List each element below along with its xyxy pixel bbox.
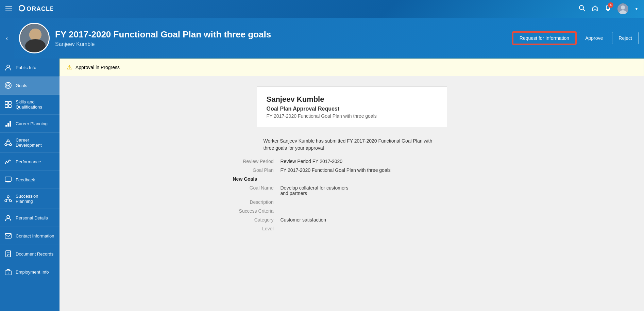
sidebar-label-goals: Goals bbox=[16, 83, 27, 88]
request-info-button[interactable]: Request for Information bbox=[513, 32, 576, 44]
notification-bell[interactable]: 4 bbox=[605, 4, 611, 13]
main-content: ⚠ Approval in Progress Sanjeev Kumble Go… bbox=[60, 59, 644, 311]
sidebar-label-personal-details: Personal Details bbox=[16, 215, 48, 220]
alert-text: Approval in Progress bbox=[75, 65, 120, 70]
sidebar-item-career-planning[interactable]: Career Planning bbox=[0, 115, 60, 133]
svg-point-11 bbox=[7, 65, 10, 68]
svg-text:ORACLE: ORACLE bbox=[27, 5, 53, 12]
category-value: Customer satisfaction bbox=[281, 217, 326, 223]
level-label: Level bbox=[233, 226, 281, 231]
svg-line-34 bbox=[8, 199, 11, 200]
sidebar-item-succession[interactable]: Succession Planning bbox=[0, 189, 60, 209]
svg-point-35 bbox=[7, 215, 10, 218]
sidebar-item-document-records[interactable]: Document Records bbox=[0, 245, 60, 263]
svg-rect-17 bbox=[5, 105, 8, 108]
approval-card: Sanjeev Kumble Goal Plan Approval Reques… bbox=[257, 86, 447, 127]
success-criteria-label: Success Criteria bbox=[233, 208, 281, 214]
review-period-label: Review Period bbox=[233, 159, 281, 164]
goal-plan-row: Goal Plan FY 2017-2020 Functional Goal P… bbox=[233, 167, 471, 173]
notification-count: 4 bbox=[608, 2, 613, 8]
svg-rect-21 bbox=[10, 121, 11, 127]
oracle-logo: ORACLE bbox=[19, 3, 53, 15]
review-period-row: Review Period Review Period FY 2017-2020 bbox=[233, 159, 471, 164]
sidebar-item-goals[interactable]: Goals bbox=[0, 77, 60, 95]
description-label: Description bbox=[233, 199, 281, 205]
svg-rect-18 bbox=[9, 105, 11, 108]
alert-banner: ⚠ Approval in Progress bbox=[60, 59, 644, 76]
svg-rect-37 bbox=[6, 251, 11, 257]
level-row: Level bbox=[233, 226, 471, 231]
skills-icon bbox=[4, 100, 12, 109]
svg-point-29 bbox=[7, 196, 9, 198]
user-chevron[interactable]: ▼ bbox=[634, 6, 639, 11]
goals-icon bbox=[4, 81, 12, 89]
svg-rect-19 bbox=[5, 125, 7, 127]
page-title: FY 2017-2020 Functional Goal Plan with t… bbox=[55, 29, 513, 40]
svg-rect-20 bbox=[7, 123, 9, 127]
svg-point-14 bbox=[7, 85, 9, 86]
svg-rect-16 bbox=[9, 101, 11, 104]
main-layout: Public Info Goals bbox=[0, 59, 644, 311]
sidebar-item-contact-info[interactable]: Contact Information bbox=[0, 227, 60, 245]
sidebar-label-feedback: Feedback bbox=[16, 177, 35, 182]
document-records-icon bbox=[4, 250, 12, 258]
svg-point-24 bbox=[10, 144, 12, 146]
page-subtitle: Sanjeev Kumble bbox=[55, 41, 513, 47]
svg-line-33 bbox=[6, 199, 8, 200]
hamburger-menu[interactable] bbox=[5, 6, 12, 11]
svg-rect-0 bbox=[19, 5, 24, 11]
svg-rect-15 bbox=[5, 101, 8, 104]
sidebar-item-performance[interactable]: Performance bbox=[0, 153, 60, 171]
user-avatar[interactable] bbox=[617, 3, 628, 14]
sidebar-item-employment-info[interactable]: Employment Info bbox=[0, 263, 60, 281]
search-icon[interactable] bbox=[579, 5, 586, 13]
card-plan: FY 2017-2020 Functional Goal Plan with t… bbox=[267, 113, 437, 119]
collapse-button[interactable]: ‹ bbox=[0, 18, 14, 59]
sidebar-item-personal-details[interactable]: Personal Details bbox=[0, 209, 60, 227]
approve-button[interactable]: Approve bbox=[579, 32, 609, 44]
card-person-name: Sanjeev Kumble bbox=[267, 95, 437, 104]
svg-rect-28 bbox=[5, 177, 11, 181]
svg-point-31 bbox=[10, 200, 12, 202]
succession-icon bbox=[4, 195, 12, 203]
top-nav: ORACLE 4 bbox=[0, 0, 644, 18]
personal-details-icon bbox=[4, 214, 12, 222]
svg-rect-4 bbox=[606, 9, 610, 10]
profile-avatar bbox=[19, 23, 50, 53]
svg-line-25 bbox=[6, 141, 7, 144]
svg-point-2 bbox=[579, 5, 583, 10]
svg-line-26 bbox=[10, 141, 11, 144]
sidebar-label-contact-info: Contact Information bbox=[16, 233, 54, 239]
sidebar-item-skills[interactable]: Skills and Qualifications bbox=[0, 95, 60, 115]
nav-right: 4 ▼ bbox=[579, 3, 639, 14]
svg-point-23 bbox=[5, 144, 7, 146]
details-section: Review Period Review Period FY 2017-2020… bbox=[233, 159, 471, 231]
sidebar-item-feedback[interactable]: Feedback bbox=[0, 171, 60, 189]
sidebar-label-skills: Skills and Qualifications bbox=[16, 99, 55, 110]
nav-left: ORACLE bbox=[5, 3, 53, 15]
goal-plan-label: Goal Plan bbox=[233, 167, 281, 173]
review-period-value: Review Period FY 2017-2020 bbox=[281, 159, 343, 164]
goal-name-value: Develop collateral for customers and par… bbox=[281, 185, 349, 196]
new-goals-title: New Goals bbox=[233, 176, 471, 182]
body-description: Worker Sanjeev Kumble has submitted FY 2… bbox=[264, 137, 440, 152]
sidebar-item-career-development[interactable]: Career Development bbox=[0, 133, 60, 153]
goal-plan-value: FY 2017-2020 Functional Goal Plan with t… bbox=[281, 167, 391, 173]
goal-name-label: Goal Name bbox=[233, 185, 281, 196]
performance-icon bbox=[4, 158, 12, 166]
reject-button[interactable]: Reject bbox=[612, 32, 639, 44]
public-info-icon bbox=[4, 63, 12, 71]
sidebar-label-document-records: Document Records bbox=[16, 251, 53, 257]
sidebar-label-career-development: Career Development bbox=[16, 137, 55, 148]
svg-point-9 bbox=[29, 29, 41, 41]
svg-point-22 bbox=[7, 140, 9, 142]
svg-point-30 bbox=[5, 200, 7, 202]
employment-info-icon bbox=[4, 268, 12, 276]
home-icon[interactable] bbox=[592, 5, 598, 13]
feedback-icon bbox=[4, 176, 12, 184]
sidebar-label-career-planning: Career Planning bbox=[16, 121, 48, 126]
sidebar-label-performance: Performance bbox=[16, 159, 41, 164]
header-title-area: FY 2017-2020 Functional Goal Plan with t… bbox=[55, 29, 513, 47]
card-subtitle: Goal Plan Approval Request bbox=[267, 106, 437, 112]
sidebar-item-public-info[interactable]: Public Info bbox=[0, 59, 60, 77]
